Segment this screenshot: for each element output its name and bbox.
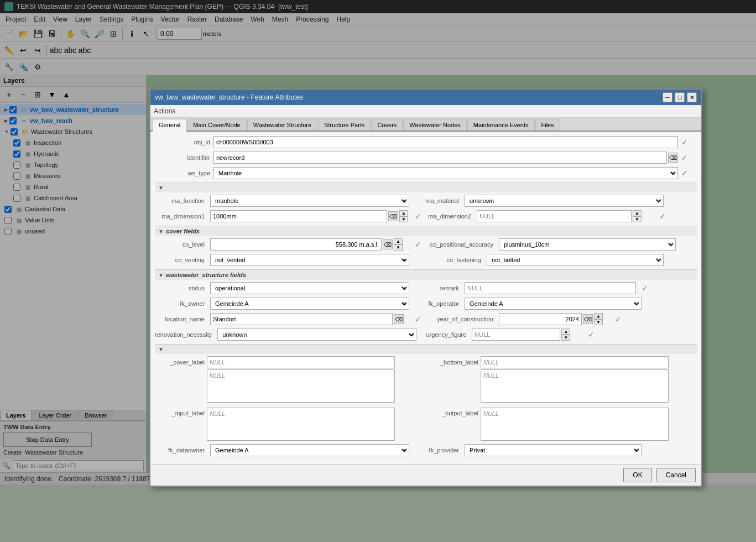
cover-label-input[interactable] <box>207 356 395 368</box>
co-level-down[interactable]: ▼ <box>394 244 403 251</box>
ma-dimension1-input[interactable] <box>210 210 387 222</box>
cover-fields-section-header[interactable]: ▼ cover fields <box>155 226 697 236</box>
ws-type-dropdown[interactable]: Manhole <box>213 167 678 179</box>
ma-dimension1-spinbox[interactable]: ▲ ▼ <box>399 210 408 222</box>
year-down[interactable]: ▼ <box>594 319 603 325</box>
ws-type-dropdown-wrapper: Manhole ▼ <box>213 167 678 179</box>
maximize-button[interactable]: □ <box>675 92 685 102</box>
year-clear-btn[interactable]: ⌫ <box>583 314 593 324</box>
status-dropdown[interactable]: operational <box>210 282 409 294</box>
ws-type-label: ws_type <box>155 170 210 176</box>
tab-covers[interactable]: Covers <box>371 119 403 131</box>
urgency-down[interactable]: ▼ <box>561 335 570 341</box>
obj-id-input[interactable] <box>213 136 678 148</box>
co-positional-accuracy-dropdown[interactable]: plusminus_10cm <box>499 238 676 251</box>
year-of-construction-input[interactable] <box>499 313 582 325</box>
output-label-textarea[interactable]: NULL <box>481 408 669 441</box>
cover-bottom-label-row: _cover_label NULL _bottom_label NULL <box>155 356 697 404</box>
location-year-row: location_name ⌫ ✓ year_of_construction ⌫… <box>155 313 697 325</box>
co-level-spinbox[interactable]: ▲ ▼ <box>394 238 403 251</box>
fk-operator-label: fk_operator <box>415 300 459 307</box>
fk-owner-dropdown[interactable]: Gemeinde A <box>210 298 409 310</box>
co-positional-accuracy-wrapper: plusminus_10cm ▼ <box>499 238 676 251</box>
remark-input[interactable] <box>465 282 636 294</box>
year-of-construction-group: ⌫ ▲ ▼ <box>499 313 609 325</box>
tab-maintenance-events[interactable]: Maintenance Events <box>467 119 535 131</box>
tab-general[interactable]: General <box>153 119 186 132</box>
fk-provider-dropdown[interactable]: Privat <box>465 444 642 456</box>
obj-id-row: obj_id ✓ <box>155 136 697 148</box>
identifier-clear-button[interactable]: ⌫ <box>668 153 678 163</box>
ma-dimension1-up[interactable]: ▲ <box>399 210 408 216</box>
ws-type-row: ws_type Manhole ▼ ✓ <box>155 167 697 179</box>
output-label-label: _output_label <box>429 408 478 416</box>
fk-dataowner-label: fk_dataowner <box>155 447 205 454</box>
cover-section-triangle: ▼ <box>158 228 164 234</box>
bottom-label-textarea[interactable]: NULL <box>481 369 669 403</box>
co-venting-dropdown[interactable]: not_vented <box>210 254 409 266</box>
co-level-clear-btn[interactable]: ⌫ <box>383 239 393 249</box>
year-check: ✓ <box>615 315 622 324</box>
tab-wastewater-structure[interactable]: Wastewater Structure <box>247 119 317 131</box>
manhole-section-header[interactable]: ▼ <box>155 183 697 192</box>
urgency-figure-input[interactable] <box>472 329 560 341</box>
ok-button[interactable]: OK <box>623 468 651 482</box>
renovation-necessity-label: renovation_necessity <box>155 331 212 338</box>
dataowner-provider-row: fk_dataowner Gemeinde A ▼ fk_provider Pr… <box>155 444 697 456</box>
ma-dimension2-down[interactable]: ▼ <box>633 216 642 222</box>
ma-dimension1-clear-btn[interactable]: ⌫ <box>388 211 398 221</box>
ma-dimension2-input[interactable] <box>477 210 632 222</box>
tab-files[interactable]: Files <box>535 119 560 131</box>
fk-dataowner-dropdown[interactable]: Gemeinde A <box>210 444 409 456</box>
minimize-button[interactable]: ─ <box>663 92 672 102</box>
renovation-necessity-dropdown[interactable]: unknown <box>217 329 416 341</box>
tab-main-cover-node[interactable]: Main Cover/Node <box>187 119 247 131</box>
bottom-label-header: _bottom_label <box>429 356 697 368</box>
labels-section-header[interactable]: ▼ <box>155 344 697 354</box>
close-button[interactable]: ✕ <box>687 92 697 102</box>
co-level-row: co_level ⌫ ▲ ▼ ✓ co_positional_accuracy … <box>155 238 697 251</box>
location-name-input[interactable] <box>210 313 393 325</box>
cover-label-textarea[interactable]: NULL <box>207 369 395 403</box>
input-label-label: _input_label <box>155 408 205 416</box>
input-output-label-row: _input_label NULL _output_label NULL <box>155 408 697 441</box>
co-level-up[interactable]: ▲ <box>394 238 403 244</box>
fk-owner-wrapper: Gemeinde A ▼ <box>210 298 409 310</box>
manhole-section-triangle: ▼ <box>158 185 164 191</box>
ws-fields-section-header[interactable]: ▼ wastewater_structure fields <box>155 269 697 280</box>
identifier-row: identifier ⌫ ✓ <box>155 152 697 164</box>
status-remark-row: status operational ▼ remark ✓ <box>155 282 697 294</box>
year-up[interactable]: ▲ <box>594 313 603 319</box>
ma-function-label: ma_function <box>155 197 205 204</box>
ma-material-dropdown[interactable]: unknown <box>465 195 664 207</box>
ws-fields-title: wastewater_structure fields <box>166 272 246 278</box>
ma-dimension1-down[interactable]: ▼ <box>399 216 408 222</box>
urgency-spinbox[interactable]: ▲ ▼ <box>561 329 570 341</box>
co-fastening-wrapper: not_bolted ▼ <box>487 254 664 266</box>
co-venting-wrapper: not_vented ▼ <box>210 254 409 266</box>
tab-wastewater-nodes[interactable]: Wastewater Nodes <box>403 119 467 131</box>
year-spinbox[interactable]: ▲ ▼ <box>594 313 603 325</box>
co-fastening-dropdown[interactable]: not_bolted <box>487 254 664 266</box>
input-label-textarea[interactable]: NULL <box>207 408 395 441</box>
cover-label-header: _cover_label <box>155 356 423 368</box>
ma-function-dropdown[interactable]: manhole <box>210 195 409 207</box>
modal-overlay: vw_tww_wastewater_structure - Feature At… <box>0 0 756 542</box>
ma-dimension2-up[interactable]: ▲ <box>633 210 642 216</box>
identifier-input[interactable] <box>213 152 667 164</box>
ma-dimension2-spinbox[interactable]: ▲ ▼ <box>633 210 642 222</box>
co-level-input[interactable] <box>210 238 382 251</box>
fk-operator-dropdown[interactable]: Gemeinde A <box>465 298 642 310</box>
urgency-up[interactable]: ▲ <box>561 329 570 335</box>
co-venting-label: co_venting <box>155 257 205 263</box>
bottom-label-group: _bottom_label NULL <box>429 356 697 404</box>
cancel-button[interactable]: Cancel <box>656 468 696 482</box>
location-name-clear-btn[interactable]: ⌫ <box>394 314 404 324</box>
location-name-label: location_name <box>155 316 205 322</box>
tab-structure-parts[interactable]: Structure Parts <box>318 119 371 131</box>
owner-operator-row: fk_owner Gemeinde A ▼ fk_operator Gemein… <box>155 298 697 310</box>
location-name-check: ✓ <box>415 315 421 324</box>
actions-row: Actions <box>150 105 701 118</box>
bottom-label-input[interactable] <box>481 356 669 368</box>
co-venting-row: co_venting not_vented ▼ co_fastening not… <box>155 254 697 266</box>
